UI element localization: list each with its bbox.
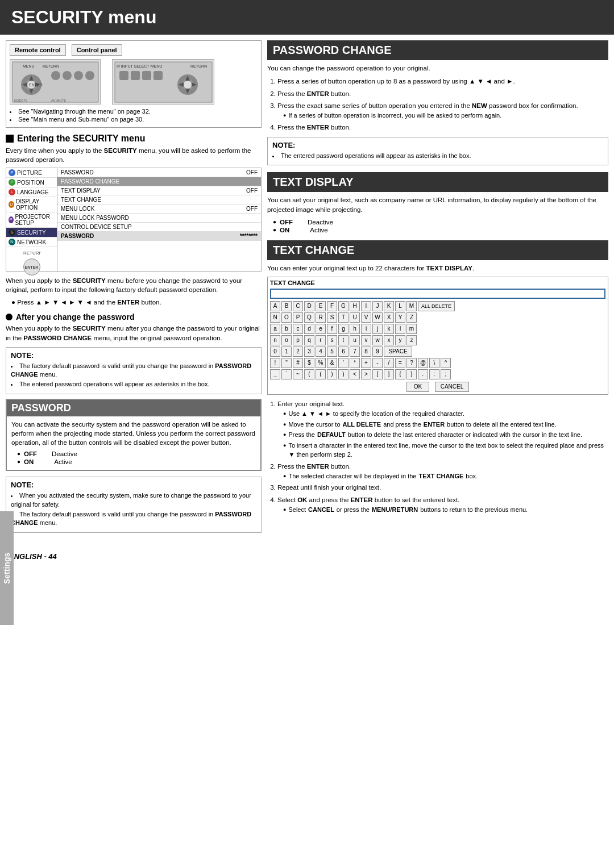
key-a[interactable]: a <box>270 324 280 334</box>
key-space[interactable]: SPACE <box>384 347 412 357</box>
key-rcurly[interactable]: } <box>406 369 417 379</box>
key-lparen1[interactable]: ( <box>304 369 314 379</box>
key-3[interactable]: 3 <box>304 347 314 357</box>
key-I[interactable]: I <box>361 301 371 311</box>
key-f[interactable]: f <box>327 324 337 334</box>
key-1[interactable]: 1 <box>281 347 292 357</box>
key-A[interactable]: A <box>270 301 280 311</box>
key-asterisk[interactable]: * <box>350 358 360 368</box>
display-icon: D <box>9 201 14 208</box>
key-b[interactable]: b <box>281 324 292 334</box>
key-question[interactable]: ? <box>406 358 417 368</box>
key-0[interactable]: 0 <box>270 347 280 357</box>
key-tilde[interactable]: ~ <box>293 369 303 379</box>
key-Z[interactable]: Z <box>406 312 417 323</box>
key-7[interactable]: 7 <box>350 347 360 357</box>
key-K[interactable]: K <box>384 301 394 311</box>
key-minus[interactable]: - <box>372 358 383 368</box>
key-B[interactable]: B <box>281 301 292 311</box>
key-8[interactable]: 8 <box>361 347 371 357</box>
key-O[interactable]: O <box>281 312 292 323</box>
key-t[interactable]: t <box>338 335 349 345</box>
key-underscore[interactable]: _ <box>270 369 280 379</box>
key-lbracket[interactable]: [ <box>372 369 383 379</box>
key-9[interactable]: 9 <box>372 347 383 357</box>
key-E[interactable]: E <box>316 301 326 311</box>
key-at[interactable]: @ <box>418 358 428 368</box>
key-semicolon[interactable]: ; <box>441 369 451 379</box>
key-W[interactable]: W <box>372 312 383 323</box>
key-r[interactable]: r <box>316 335 326 345</box>
key-d[interactable]: d <box>304 324 314 334</box>
key-exclaim[interactable]: ! <box>270 358 280 368</box>
key-rparen2[interactable]: ) <box>338 369 349 379</box>
key-ampersand[interactable]: & <box>327 358 337 368</box>
key-n[interactable]: n <box>270 335 280 345</box>
key-lcurly[interactable]: { <box>395 369 405 379</box>
key-p[interactable]: p <box>293 335 303 345</box>
key-plus[interactable]: + <box>361 358 371 368</box>
key-2[interactable]: 2 <box>293 347 303 357</box>
key-equals[interactable]: = <box>395 358 405 368</box>
key-L[interactable]: L <box>395 301 405 311</box>
key-apos[interactable]: ' <box>338 358 349 368</box>
key-h[interactable]: h <box>350 324 360 334</box>
key-y[interactable]: y <box>395 335 405 345</box>
key-R[interactable]: R <box>316 312 326 323</box>
key-u[interactable]: u <box>350 335 360 345</box>
key-6[interactable]: 6 <box>338 347 349 357</box>
key-M[interactable]: M <box>406 301 417 311</box>
key-q[interactable]: q <box>304 335 314 345</box>
key-s[interactable]: s <box>327 335 337 345</box>
all-delete-button[interactable]: ALL DELETE <box>418 301 455 311</box>
key-lt[interactable]: < <box>350 369 360 379</box>
key-Y[interactable]: Y <box>395 312 405 323</box>
key-percent[interactable]: % <box>316 358 326 368</box>
key-w[interactable]: w <box>372 335 383 345</box>
key-P[interactable]: P <box>293 312 303 323</box>
key-T[interactable]: T <box>338 312 349 323</box>
key-v[interactable]: v <box>361 335 371 345</box>
key-X[interactable]: X <box>384 312 394 323</box>
key-rparen1[interactable]: ) <box>327 369 337 379</box>
key-i[interactable]: i <box>361 324 371 334</box>
key-e[interactable]: e <box>316 324 326 334</box>
keyboard-cancel-button[interactable]: CANCEL <box>435 382 469 392</box>
key-S[interactable]: S <box>327 312 337 323</box>
key-V[interactable]: V <box>361 312 371 323</box>
key-U[interactable]: U <box>350 312 360 323</box>
key-4[interactable]: 4 <box>316 347 326 357</box>
key-G[interactable]: G <box>338 301 349 311</box>
key-dollar[interactable]: $ <box>304 358 314 368</box>
key-o[interactable]: o <box>281 335 292 345</box>
key-N[interactable]: N <box>270 312 280 323</box>
key-gt[interactable]: > <box>361 369 371 379</box>
key-g[interactable]: g <box>338 324 349 334</box>
key-quote[interactable]: " <box>281 358 292 368</box>
key-Q[interactable]: Q <box>304 312 314 323</box>
key-colon[interactable]: : <box>429 369 439 379</box>
text-input-field[interactable] <box>270 289 605 299</box>
key-rbracket[interactable]: ] <box>384 369 394 379</box>
key-m[interactable]: m <box>406 324 417 334</box>
keyboard-ok-button[interactable]: OK <box>406 382 429 392</box>
key-c[interactable]: c <box>293 324 303 334</box>
key-H[interactable]: H <box>350 301 360 311</box>
key-caret[interactable]: ^ <box>441 358 451 368</box>
key-backtick[interactable]: ` <box>281 369 292 379</box>
key-5[interactable]: 5 <box>327 347 337 357</box>
key-slash[interactable]: / <box>384 358 394 368</box>
key-x[interactable]: x <box>384 335 394 345</box>
key-l[interactable]: l <box>395 324 405 334</box>
key-z[interactable]: z <box>406 335 417 345</box>
key-F[interactable]: F <box>327 301 337 311</box>
key-J[interactable]: J <box>372 301 383 311</box>
key-backslash[interactable]: \ <box>429 358 439 368</box>
key-j[interactable]: j <box>372 324 383 334</box>
key-D[interactable]: D <box>304 301 314 311</box>
key-k[interactable]: k <box>384 324 394 334</box>
key-period[interactable]: . <box>418 369 428 379</box>
key-lparen2[interactable]: ( <box>316 369 326 379</box>
key-hash[interactable]: # <box>293 358 303 368</box>
key-C[interactable]: C <box>293 301 303 311</box>
